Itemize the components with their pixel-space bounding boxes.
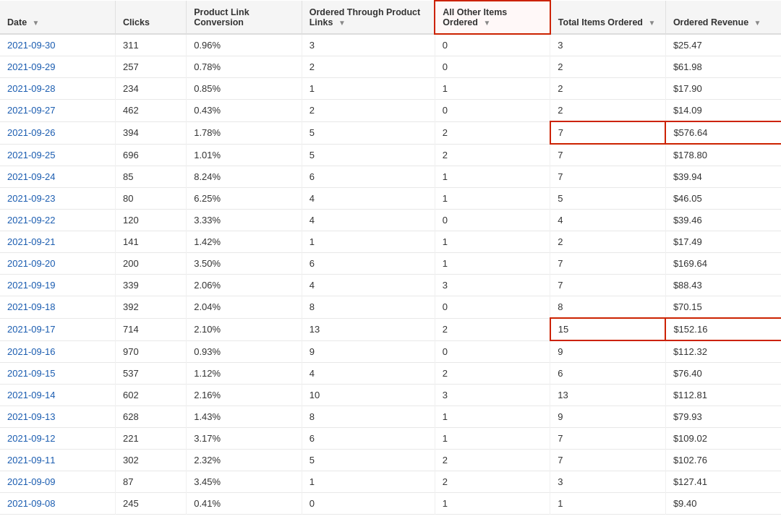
cell-date: 2021-09-30 [0, 34, 116, 56]
date-link[interactable]: 2021-09-23 [7, 193, 56, 204]
cell-aoio: 1 [435, 493, 550, 515]
col-header-plc[interactable]: Product Link Conversion [187, 1, 302, 34]
cell-otpl: 13 [302, 318, 435, 340]
cell-otpl: 8 [302, 296, 435, 319]
date-link[interactable]: 2021-09-30 [7, 40, 56, 51]
col-header-otpl[interactable]: Ordered Through Product Links ▼ [302, 1, 435, 34]
cell-plc: 0.78% [187, 56, 302, 78]
cell-tio: 15 [550, 318, 666, 340]
table-row: 2021-09-24858.24%617$39.94 [0, 166, 781, 188]
cell-aoio: 1 [435, 78, 550, 100]
cell-tio: 7 [550, 121, 666, 144]
date-link[interactable]: 2021-09-13 [7, 411, 56, 422]
cell-plc: 3.45% [187, 471, 302, 493]
table-row: 2021-09-177142.10%13215$152.16 [0, 318, 781, 340]
cell-otpl: 8 [302, 406, 435, 428]
sort-icon-tio: ▼ [649, 19, 656, 27]
cell-date: 2021-09-28 [0, 78, 116, 100]
date-link[interactable]: 2021-09-22 [7, 215, 56, 226]
cell-clicks: 141 [116, 231, 187, 253]
cell-clicks: 714 [116, 318, 187, 340]
date-link[interactable]: 2021-09-17 [7, 324, 56, 335]
col-header-tio[interactable]: Total Items Ordered ▼ [550, 1, 666, 34]
col-header-aoio[interactable]: All Other Items Ordered ▼ [435, 1, 550, 34]
cell-clicks: 234 [116, 78, 187, 100]
date-link[interactable]: 2021-09-19 [7, 280, 56, 291]
cell-or: $61.98 [665, 56, 781, 78]
col-header-date[interactable]: Date ▼ [0, 1, 116, 34]
cell-aoio: 1 [435, 231, 550, 253]
cell-date: 2021-09-18 [0, 296, 116, 319]
cell-tio: 2 [550, 100, 666, 122]
cell-clicks: 245 [116, 493, 187, 515]
cell-aoio: 0 [435, 34, 550, 56]
cell-aoio: 2 [435, 363, 550, 385]
cell-or: $70.15 [665, 296, 781, 319]
date-link[interactable]: 2021-09-15 [7, 368, 56, 379]
table-row: 2021-09-183922.04%808$70.15 [0, 296, 781, 319]
cell-tio: 3 [550, 471, 666, 493]
cell-or: $109.02 [665, 428, 781, 450]
col-header-or-label: Ordered Revenue [673, 17, 748, 27]
date-link[interactable]: 2021-09-29 [7, 61, 56, 72]
cell-otpl: 4 [302, 363, 435, 385]
cell-plc: 2.04% [187, 296, 302, 319]
cell-clicks: 257 [116, 56, 187, 78]
cell-tio: 2 [550, 231, 666, 253]
cell-plc: 0.85% [187, 78, 302, 100]
cell-clicks: 87 [116, 471, 187, 493]
cell-date: 2021-09-23 [0, 188, 116, 210]
date-link[interactable]: 2021-09-09 [7, 476, 56, 487]
cell-aoio: 0 [435, 56, 550, 78]
date-link[interactable]: 2021-09-12 [7, 433, 56, 444]
cell-date: 2021-09-25 [0, 144, 116, 166]
col-header-clicks[interactable]: Clicks [116, 1, 187, 34]
cell-date: 2021-09-16 [0, 340, 116, 363]
cell-otpl: 9 [302, 340, 435, 363]
date-link[interactable]: 2021-09-27 [7, 105, 56, 116]
col-header-or[interactable]: Ordered Revenue ▼ [665, 1, 781, 34]
sort-icon-date: ▼ [33, 19, 40, 27]
cell-plc: 2.10% [187, 318, 302, 340]
table-row: 2021-09-256961.01%527$178.80 [0, 144, 781, 166]
cell-plc: 1.42% [187, 231, 302, 253]
date-link[interactable]: 2021-09-08 [7, 498, 56, 509]
date-link[interactable]: 2021-09-18 [7, 301, 56, 312]
sort-icon-aoio: ▼ [483, 19, 490, 27]
date-link[interactable]: 2021-09-20 [7, 258, 56, 269]
cell-plc: 1.12% [187, 363, 302, 385]
table-row: 2021-09-211411.42%112$17.49 [0, 231, 781, 253]
cell-date: 2021-09-08 [0, 493, 116, 515]
date-link[interactable]: 2021-09-26 [7, 127, 56, 138]
cell-clicks: 537 [116, 363, 187, 385]
cell-clicks: 339 [116, 275, 187, 296]
analytics-table: Date ▼ Clicks Product Link Conversion Or… [0, 0, 781, 515]
cell-date: 2021-09-19 [0, 275, 116, 296]
cell-aoio: 0 [435, 210, 550, 231]
date-link[interactable]: 2021-09-24 [7, 171, 56, 182]
table-row: 2021-09-082450.41%011$9.40 [0, 493, 781, 515]
cell-plc: 0.96% [187, 34, 302, 56]
cell-tio: 3 [550, 34, 666, 56]
date-link[interactable]: 2021-09-25 [7, 150, 56, 160]
cell-plc: 2.16% [187, 385, 302, 406]
date-link[interactable]: 2021-09-28 [7, 83, 56, 94]
date-link[interactable]: 2021-09-21 [7, 236, 56, 247]
date-link[interactable]: 2021-09-11 [7, 455, 56, 466]
cell-date: 2021-09-21 [0, 231, 116, 253]
cell-otpl: 4 [302, 188, 435, 210]
cell-clicks: 200 [116, 253, 187, 275]
cell-clicks: 302 [116, 450, 187, 471]
cell-or: $178.80 [665, 144, 781, 166]
date-link[interactable]: 2021-09-16 [7, 346, 56, 357]
cell-otpl: 0 [302, 493, 435, 515]
cell-aoio: 1 [435, 188, 550, 210]
date-link[interactable]: 2021-09-14 [7, 390, 56, 400]
cell-otpl: 3 [302, 34, 435, 56]
cell-or: $152.16 [665, 318, 781, 340]
cell-tio: 7 [550, 275, 666, 296]
cell-clicks: 602 [116, 385, 187, 406]
cell-tio: 7 [550, 166, 666, 188]
cell-aoio: 3 [435, 275, 550, 296]
cell-or: $169.64 [665, 253, 781, 275]
